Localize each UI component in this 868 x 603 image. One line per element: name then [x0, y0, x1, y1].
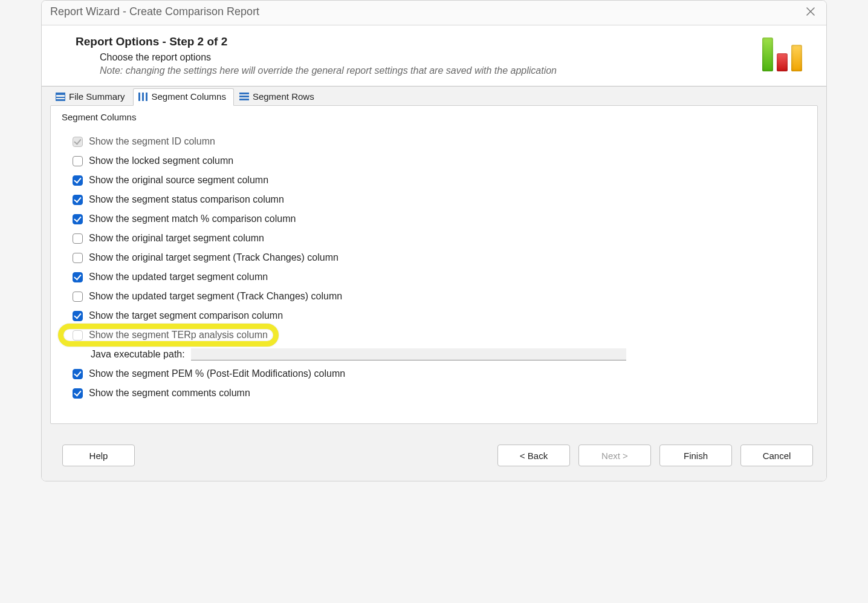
back-button[interactable]: < Back	[497, 445, 570, 466]
checkbox-comments[interactable]	[73, 388, 83, 399]
option-pem[interactable]: Show the segment PEM % (Post-Edit Modifi…	[73, 364, 806, 383]
label-pem: Show the segment PEM % (Post-Edit Modifi…	[89, 368, 345, 379]
tab-file-summary-label: File Summary	[69, 91, 125, 102]
close-icon[interactable]	[803, 4, 818, 19]
label-locked: Show the locked segment column	[89, 155, 233, 166]
tab-file-summary[interactable]: File Summary	[50, 88, 133, 105]
checkbox-match-pct[interactable]	[73, 214, 83, 224]
step-note: Note: changing the settings here will ov…	[100, 65, 557, 76]
tab-segment-columns[interactable]: Segment Columns	[133, 88, 234, 106]
checkbox-upd-target-tc[interactable]	[73, 292, 83, 302]
segment-rows-icon	[239, 93, 249, 101]
next-button: Next >	[578, 445, 651, 466]
option-comments[interactable]: Show the segment comments column	[73, 383, 806, 403]
segment-columns-panel: Segment Columns Show the segment ID colu…	[50, 105, 818, 424]
label-status-compare: Show the segment status comparison colum…	[89, 194, 284, 205]
java-path-row: Java executable path:	[91, 348, 806, 360]
option-locked[interactable]: Show the locked segment column	[73, 151, 806, 171]
finish-button[interactable]: Finish	[659, 445, 732, 466]
label-terp: Show the segment TERp analysis column	[89, 330, 268, 341]
file-summary-icon	[56, 93, 65, 101]
label-orig-source: Show the original source segment column	[89, 175, 268, 186]
wizard-footer: Help < Back Next > Finish Cancel	[42, 434, 826, 481]
titlebar: Report Wizard - Create Comparison Report	[42, 1, 826, 25]
label-target-compare: Show the target segment comparison colum…	[89, 310, 283, 321]
label-segment-id: Show the segment ID column	[89, 136, 215, 147]
checkbox-target-compare[interactable]	[73, 311, 83, 321]
segment-columns-icon	[138, 93, 148, 101]
checkbox-upd-target[interactable]	[73, 272, 83, 282]
option-upd-target[interactable]: Show the updated target segment column	[73, 267, 806, 287]
label-upd-target-tc: Show the updated target segment (Track C…	[89, 291, 342, 302]
cancel-button[interactable]: Cancel	[740, 445, 813, 466]
tab-segment-rows-label: Segment Rows	[253, 91, 314, 102]
tab-segment-rows[interactable]: Segment Rows	[234, 88, 322, 105]
report-wizard-window: Report Wizard - Create Comparison Report…	[41, 0, 827, 481]
checkbox-orig-source[interactable]	[73, 175, 83, 186]
option-terp: Show the segment TERp analysis column	[73, 325, 806, 345]
wizard-header: Report Options - Step 2 of 2 Choose the …	[42, 25, 826, 86]
option-upd-target-tc[interactable]: Show the updated target segment (Track C…	[73, 287, 806, 306]
bar-chart-icon	[762, 35, 808, 71]
checkbox-segment-id	[73, 137, 83, 147]
tab-segment-columns-label: Segment Columns	[152, 91, 226, 102]
option-match-pct[interactable]: Show the segment match % comparison colu…	[73, 209, 806, 229]
checkbox-pem[interactable]	[73, 369, 83, 379]
java-path-label: Java executable path:	[91, 349, 185, 360]
step-subtitle: Choose the report options	[100, 52, 557, 63]
option-orig-target-tc[interactable]: Show the original target segment (Track …	[73, 248, 806, 267]
group-title: Segment Columns	[62, 112, 806, 122]
label-orig-target-tc: Show the original target segment (Track …	[89, 252, 338, 263]
java-path-input[interactable]	[191, 348, 626, 360]
option-orig-target[interactable]: Show the original target segment column	[73, 229, 806, 248]
option-segment-id: Show the segment ID column	[73, 132, 806, 151]
label-match-pct: Show the segment match % comparison colu…	[89, 213, 296, 224]
checkbox-status-compare[interactable]	[73, 195, 83, 205]
option-orig-source[interactable]: Show the original source segment column	[73, 171, 806, 190]
window-title: Report Wizard - Create Comparison Report	[50, 5, 259, 18]
step-title: Report Options - Step 2 of 2	[76, 35, 557, 48]
help-button[interactable]: Help	[62, 445, 135, 466]
tab-strip: File Summary Segment Columns Segment Row…	[42, 86, 826, 105]
label-upd-target: Show the updated target segment column	[89, 272, 268, 282]
option-status-compare[interactable]: Show the segment status comparison colum…	[73, 190, 806, 209]
label-orig-target: Show the original target segment column	[89, 233, 264, 244]
option-target-compare[interactable]: Show the target segment comparison colum…	[73, 306, 806, 325]
checkbox-orig-target[interactable]	[73, 233, 83, 244]
label-comments: Show the segment comments column	[89, 388, 250, 399]
checkbox-locked[interactable]	[73, 156, 83, 166]
checkbox-orig-target-tc[interactable]	[73, 253, 83, 263]
checkbox-terp	[73, 330, 83, 341]
